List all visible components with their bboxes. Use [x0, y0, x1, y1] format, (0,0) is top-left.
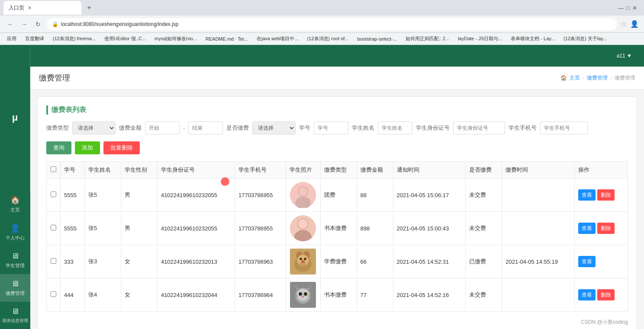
browser-controls: ← → ↻ 🔒 localhost:8080/xueshengxinxiguan…: [0, 16, 644, 33]
tab-bar: 入口页 ✕ + — □ ✕: [0, 0, 644, 16]
header-notify-time: 通知时间: [393, 162, 466, 179]
bookmark-5[interactable]: 在java web项目中...: [253, 35, 302, 43]
row3-view-button[interactable]: 查看: [578, 256, 596, 267]
bookmark-4[interactable]: README.md · Ter...: [202, 35, 251, 42]
row4-fee-amount: 77: [357, 278, 393, 312]
row2-paid-status: 未交费: [466, 212, 502, 245]
bookmark-apps[interactable]: 应用: [3, 35, 20, 43]
row3-action-cell: 查看: [578, 256, 624, 267]
row1-delete-button[interactable]: 删除: [597, 189, 615, 201]
row4-view-button[interactable]: 查看: [578, 289, 596, 300]
svg-point-22: [297, 289, 309, 301]
svg-point-25: [302, 296, 304, 297]
row3-photo-cell: [286, 245, 320, 278]
id-card-input[interactable]: [453, 121, 505, 134]
header-photo: 学生照片: [286, 162, 320, 179]
fee-type-select[interactable]: 请选择 团费 书本缴费 学费缴费: [72, 121, 116, 134]
row1-photo-cell: [286, 179, 320, 212]
sidebar-item-home[interactable]: 🏠 主页: [0, 190, 30, 218]
row3-fee-type: 学费缴费: [320, 245, 357, 278]
home-breadcrumb-icon: 🏠: [560, 75, 567, 81]
phone-input[interactable]: [540, 121, 588, 134]
row2-fee-type: 书本缴费: [320, 212, 357, 245]
row1-checkbox-cell: [47, 179, 61, 212]
row2-photo-cell: [286, 212, 320, 245]
paid-select[interactable]: 请选择 已缴费 未交费: [252, 121, 296, 134]
row3-student-id: 333: [61, 245, 85, 278]
row2-checkbox-cell: [47, 212, 61, 245]
student-id-input[interactable]: [314, 121, 348, 134]
row1-fee-amount: 88: [357, 179, 393, 212]
bookmark-3[interactable]: mysql如何修改roo...: [151, 35, 200, 43]
row2-action: 查看 删除: [574, 212, 628, 245]
row1-gender: 男: [121, 179, 157, 212]
back-button[interactable]: ←: [5, 19, 16, 29]
query-button[interactable]: 查询: [46, 141, 71, 154]
sidebar-item-dorm[interactable]: 🖥 宿舍信息管理: [0, 302, 30, 329]
row2-view-button[interactable]: 查看: [578, 223, 596, 234]
select-all-checkbox[interactable]: [51, 166, 56, 172]
address-bar[interactable]: 🔒 localhost:8080/xueshengxinxiguanlixito…: [47, 18, 617, 30]
maximize-icon[interactable]: □: [626, 5, 630, 11]
user-menu[interactable]: a11 ▼: [617, 53, 637, 59]
sidebar-item-student[interactable]: 🖥 学生管理: [0, 246, 30, 274]
person-icon: 👤: [10, 224, 20, 233]
sidebar-item-personal[interactable]: 👤 个人中心: [0, 218, 30, 246]
row2-checkbox[interactable]: [51, 225, 56, 230]
sidebar-label-dorm: 宿舍信息管理: [2, 318, 28, 324]
header-id-card: 学生身份证号: [157, 162, 235, 179]
reload-button[interactable]: ↻: [33, 19, 43, 29]
bookmark-2[interactable]: 使用UEditor 报..C...: [101, 35, 149, 43]
row1-action: 查看 删除: [574, 179, 628, 212]
header-fee-amount: 缴费金额: [357, 162, 393, 179]
row2-id-card: 410224199610232055: [157, 212, 235, 245]
row3-checkbox[interactable]: [51, 258, 56, 264]
breadcrumb-fee[interactable]: 缴费管理: [587, 74, 608, 82]
close-window-icon[interactable]: ✕: [632, 5, 637, 11]
bookmark-9[interactable]: layDate - JS日期与...: [454, 35, 506, 43]
row4-delete-button[interactable]: 删除: [597, 289, 615, 300]
fee-amount-end-input[interactable]: [188, 121, 223, 134]
id-card-label: 学生身份证号: [416, 124, 450, 132]
row4-action: 查看 删除: [574, 278, 628, 312]
fee-amount-start-input[interactable]: [145, 121, 180, 134]
header-action: 操作: [574, 162, 628, 179]
row1-view-button[interactable]: 查看: [578, 189, 596, 201]
sidebar-item-fee[interactable]: 🖥 缴费管理: [0, 274, 30, 302]
main-content: 缴费表列表 缴费类型 请选择 团费 书本缴费 学费缴费 缴费金额 -: [30, 89, 644, 329]
fee-icon: 🖥: [11, 279, 19, 288]
row3-gender: 女: [121, 245, 157, 278]
bookmark-baidu[interactable]: 百度翻译: [22, 35, 48, 43]
table-row: 5555 张5 男 410224199610232055 17703786955: [47, 179, 628, 212]
row4-fee-type: 书本缴费: [320, 278, 357, 312]
active-tab[interactable]: 入口页 ✕: [3, 1, 81, 15]
add-button[interactable]: 添加: [75, 141, 100, 154]
batch-delete-button[interactable]: 批量删除: [103, 141, 140, 154]
row4-phone: 17703786964: [235, 278, 286, 312]
student-name-label: 学生姓名: [352, 124, 374, 132]
row4-checkbox[interactable]: [51, 291, 56, 297]
bookmark-6[interactable]: (12条消息) root of...: [304, 35, 352, 43]
row2-delete-button[interactable]: 删除: [597, 223, 615, 234]
bookmark-star-icon[interactable]: ☆: [621, 20, 627, 28]
bookmark-7[interactable]: bootstrap-select-...: [354, 35, 400, 42]
content-area: 缴费表列表 缴费类型 请选择 团费 书本缴费 学费缴费 缴费金额 -: [30, 89, 644, 329]
new-tab-button[interactable]: +: [83, 2, 95, 14]
student-name-input[interactable]: [378, 121, 412, 134]
row3-notify-time: 2021-04-05 14:52:31: [393, 245, 466, 278]
svg-point-7: [298, 219, 308, 229]
row3-checkbox-cell: [47, 245, 61, 278]
bookmark-11[interactable]: (12条消息) 关于lay...: [560, 35, 610, 43]
bookmark-10[interactable]: 表单模块文档 - Lay...: [507, 35, 558, 43]
forward-button[interactable]: →: [19, 19, 29, 29]
sidebar-label-personal: 个人中心: [6, 235, 25, 241]
user-account-icon[interactable]: 👤: [630, 20, 639, 28]
breadcrumb-home[interactable]: 主页: [570, 74, 580, 82]
row4-gender: 女: [121, 278, 157, 312]
minimize-icon[interactable]: —: [618, 5, 624, 11]
row1-checkbox[interactable]: [51, 192, 56, 197]
row4-pay-time: [502, 278, 575, 312]
tab-close-icon[interactable]: ✕: [28, 5, 32, 11]
bookmark-8[interactable]: 如何用正则匹配:: 2...: [402, 35, 453, 43]
bookmark-1[interactable]: (12条消息) freema...: [49, 35, 99, 43]
